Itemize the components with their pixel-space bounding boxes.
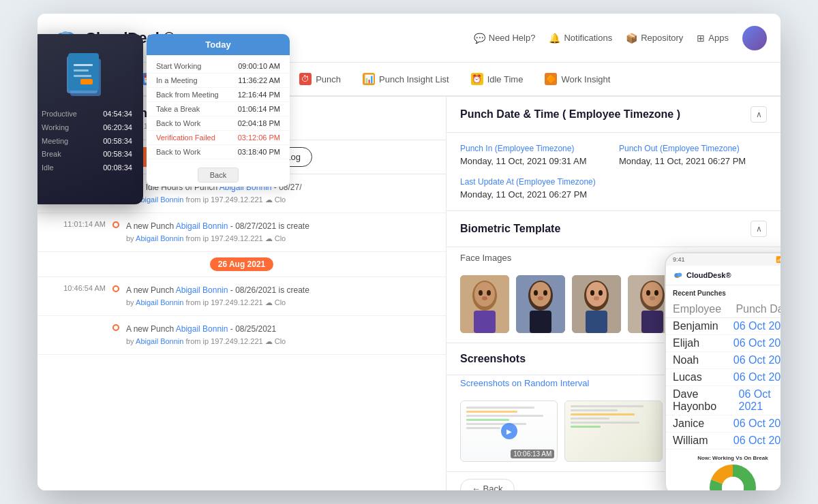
- svg-point-17: [543, 290, 547, 296]
- insight-icon: 🔶: [545, 73, 557, 85]
- punch-times-grid: Punch In (Employee Timezone) Monday, 11 …: [446, 133, 781, 211]
- svg-point-31: [654, 290, 658, 296]
- punch-datetime-title: Punch Date & Time ( Employee Timezone ): [460, 108, 680, 121]
- schedule-row-meeting: In a Meeting 11:36:22 AM: [147, 74, 290, 88]
- svg-point-16: [534, 290, 538, 296]
- activity-link[interactable]: Abigail Bonnin: [136, 337, 183, 345]
- biometric-title: Biometric Template: [460, 223, 560, 235]
- activity-dot: [112, 221, 119, 228]
- svg-rect-36: [68, 53, 99, 91]
- punch-icon: ⏱: [299, 73, 312, 85]
- sidebar-item-punch-insight-list[interactable]: 📊 Punch Insight List: [353, 69, 459, 89]
- schedule-row-back-meeting: Back from Meeting 12:16:44 PM: [147, 88, 290, 102]
- svg-point-22: [586, 282, 607, 306]
- svg-point-18: [538, 296, 543, 300]
- svg-rect-43: [676, 277, 678, 278]
- stat-row-working: Working 06:20:34: [42, 121, 132, 135]
- schedule-row-verification-failed: Verification Failed 03:12:06 PM: [147, 131, 290, 145]
- list-item: 11:01:14 AM A new Punch Abigail Bonnin -…: [37, 213, 446, 252]
- face-image-2: [516, 275, 565, 333]
- nav-right: 💬 Need Help? 🔔 Notifications 📦 Repositor…: [474, 26, 767, 50]
- list-icon: 📊: [363, 73, 375, 85]
- schedule-row-start: Start Working 09:00:10 AM: [147, 59, 290, 74]
- stats-list: Productive 04:54:34 Working 06:20:34 Mee…: [42, 108, 132, 175]
- productivity-card: Productive 04:54:34 Working 06:20:34 Mee…: [37, 34, 143, 204]
- screenshot-2[interactable]: [564, 400, 662, 462]
- svg-rect-33: [641, 311, 663, 333]
- svg-point-9: [479, 290, 483, 296]
- phone-status-bar: 9:41 📶 🔋: [666, 253, 781, 266]
- activity-link[interactable]: Abigail Bonnin: [176, 221, 228, 231]
- schedule-row-break: Take a Break 01:06:14 PM: [147, 102, 290, 116]
- phone-table-header: Employee Punch Date: [666, 301, 781, 318]
- notifications-button[interactable]: 🔔 Notifications: [549, 33, 612, 44]
- face-image-1: [460, 275, 509, 333]
- help-button[interactable]: 💬 Need Help?: [474, 33, 536, 44]
- phone-table-row: William06 Oct 2021: [666, 432, 781, 450]
- phone-table-row: Elijah06 Oct 2021: [666, 335, 781, 352]
- phone-chart-area: Now: Working Vs On Break Working On Brea…: [666, 450, 781, 490]
- schedule-card: Today Start Working 09:00:10 AM In a Mee…: [147, 34, 290, 187]
- svg-rect-38: [74, 69, 89, 72]
- schedule-back-button[interactable]: Back: [198, 168, 239, 183]
- phone-header: CloudDesk® ☰: [666, 266, 781, 285]
- apps-button[interactable]: ⊞ Apps: [697, 33, 729, 44]
- svg-rect-39: [74, 75, 91, 77]
- svg-point-42: [677, 273, 682, 277]
- activity-dot: [112, 285, 119, 292]
- donut-chart: [709, 464, 757, 490]
- svg-point-24: [599, 290, 603, 296]
- back-button[interactable]: ← Back: [460, 479, 515, 490]
- activity-list: 11:28:03 AM Total Idle Hours of Punch Ab…: [37, 174, 446, 459]
- activity-link[interactable]: Abigail Bonnin: [176, 285, 228, 295]
- stat-row-productive: Productive 04:54:34: [42, 108, 132, 121]
- collapse-button[interactable]: ∧: [751, 106, 767, 123]
- idle-icon: ⏰: [471, 73, 483, 85]
- svg-point-32: [650, 296, 655, 300]
- punch-in-item: Punch In (Employee Timezone) Monday, 11 …: [460, 144, 608, 166]
- schedule-row-back-work-2: Back to Work 03:18:40 PM: [147, 145, 290, 159]
- svg-point-25: [594, 296, 599, 300]
- stat-row-meeting: Meeting 00:58:34: [42, 135, 132, 148]
- sidebar-item-punch[interactable]: ⏱ Punch: [290, 69, 350, 89]
- svg-point-23: [590, 290, 594, 296]
- phone-table-row: Janice06 Oct 2021: [666, 415, 781, 432]
- schedule-card-header: Today: [147, 34, 290, 55]
- face-image-3: [572, 275, 621, 333]
- svg-point-15: [530, 282, 551, 306]
- phone-section-title: Recent Punches: [666, 285, 781, 301]
- last-update-item: Last Update At (Employee Timezone) Monda…: [460, 177, 608, 200]
- svg-point-11: [482, 296, 487, 300]
- activity-link[interactable]: Abigail Bonnin: [136, 298, 183, 306]
- screenshot-timestamp: 10:06:13 AM: [511, 450, 554, 458]
- phone-table-row: Lucas06 Oct 2021: [666, 369, 781, 386]
- phone-table-row: Dave Hayonbo06 Oct 2021: [666, 386, 781, 415]
- svg-rect-19: [530, 311, 551, 333]
- phone-table-row: Benjamin06 Oct 2021: [666, 318, 781, 335]
- sidebar-item-work-insight[interactable]: 🔶 Work Insight: [535, 69, 620, 89]
- stat-row-idle: Idle 00:08:34: [42, 161, 132, 175]
- punch-datetime-header: Punch Date & Time ( Employee Timezone ) …: [446, 97, 781, 133]
- biometric-header: Biometric Template ∧: [446, 211, 781, 247]
- svg-rect-12: [474, 311, 496, 333]
- user-avatar[interactable]: [742, 26, 767, 50]
- activity-link[interactable]: Abigail Bonnin: [136, 234, 183, 242]
- svg-point-30: [646, 290, 650, 296]
- sidebar-item-idle-time[interactable]: ⏰ Idle Time: [461, 69, 533, 89]
- svg-point-29: [642, 282, 663, 306]
- stat-row-break: Break 00:58:34: [42, 148, 132, 161]
- play-button[interactable]: ▶: [501, 423, 517, 439]
- screenshots-title: Screenshots: [460, 353, 526, 365]
- screenshot-1[interactable]: ▶ 10:06:13 AM: [460, 400, 558, 462]
- activity-dot: [112, 324, 119, 331]
- biometric-collapse-button[interactable]: ∧: [751, 221, 767, 237]
- schedule-row-back-work-1: Back to Work 02:04:18 PM: [147, 116, 290, 131]
- repository-button[interactable]: 📦 Repository: [626, 33, 683, 44]
- list-item: A new Punch Abigail Bonnin - 08/25/2021 …: [37, 316, 446, 355]
- activity-link[interactable]: Abigail Bonnin: [176, 324, 228, 334]
- date-separator: 26 Aug 2021: [37, 252, 446, 277]
- schedule-rows: Start Working 09:00:10 AM In a Meeting 1…: [147, 55, 290, 163]
- punch-out-item: Punch Out (Employee Timezone) Monday, 11…: [619, 144, 767, 166]
- phone-table-row: Noah06 Oct 2021: [666, 352, 781, 369]
- productivity-icon: [60, 45, 115, 99]
